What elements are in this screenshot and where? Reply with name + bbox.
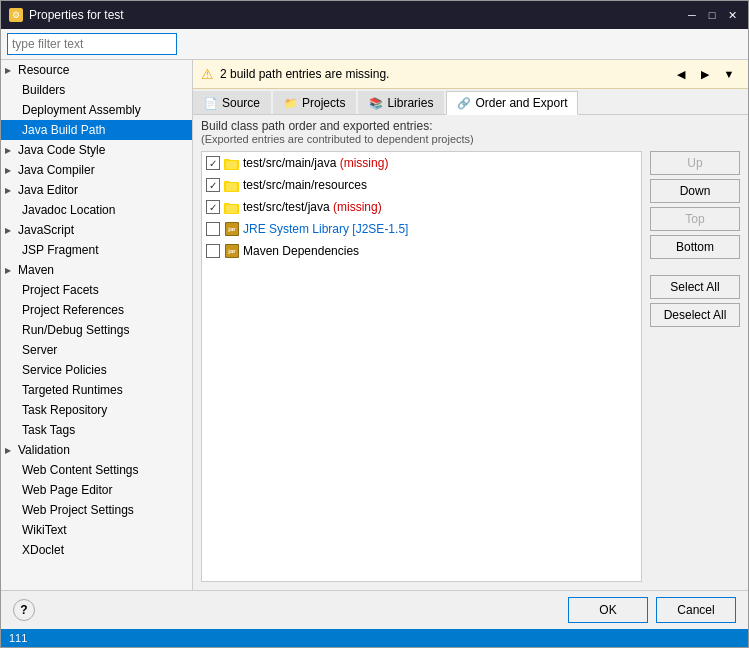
entry-item-e1[interactable]: test/src/main/java (missing) (202, 152, 641, 174)
entry-checkbox-e1[interactable] (206, 156, 220, 170)
entry-checkbox-e2[interactable] (206, 178, 220, 192)
sidebar-item-javascript[interactable]: ▶JavaScript (1, 220, 192, 240)
sidebar-item-java-build-path[interactable]: Java Build Path (1, 120, 192, 140)
entry-icon-e2 (224, 177, 240, 193)
entry-checkbox-e5[interactable] (206, 244, 220, 258)
nav-down-button[interactable]: ▼ (718, 64, 740, 84)
close-button[interactable]: ✕ (724, 7, 740, 23)
sidebar-item-label-java-code-style: Java Code Style (18, 143, 105, 157)
filter-row (1, 29, 748, 60)
entry-checkbox-e3[interactable] (206, 200, 220, 214)
sidebar-item-label-project-references: Project References (22, 303, 124, 317)
sidebar-item-xdoclet[interactable]: XDoclet (1, 540, 192, 560)
sidebar-item-project-references[interactable]: Project References (1, 300, 192, 320)
sidebar-item-label-web-content-settings: Web Content Settings (22, 463, 139, 477)
bottom-button[interactable]: Bottom (650, 235, 740, 259)
sidebar-item-java-editor[interactable]: ▶Java Editor (1, 180, 192, 200)
sidebar-item-web-project-settings[interactable]: Web Project Settings (1, 500, 192, 520)
sidebar-item-label-java-editor: Java Editor (18, 183, 78, 197)
ok-button[interactable]: OK (568, 597, 648, 623)
tree-arrow-validation: ▶ (5, 446, 15, 455)
tabs-row: 📄Source📁Projects📚Libraries🔗Order and Exp… (193, 89, 748, 115)
sidebar-item-label-web-project-settings: Web Project Settings (22, 503, 134, 517)
tab-label-projects: Projects (302, 96, 345, 110)
title-bar-text: Properties for test (29, 8, 684, 22)
select-all-button[interactable]: Select All (650, 275, 740, 299)
sidebar-item-label-project-facets: Project Facets (22, 283, 99, 297)
sidebar-item-label-java-build-path: Java Build Path (22, 123, 105, 137)
entry-item-e5[interactable]: jar Maven Dependencies (202, 240, 641, 262)
content-area: Build class path order and exported entr… (193, 115, 748, 590)
status-text: 111 (9, 632, 27, 644)
sidebar-item-validation[interactable]: ▶Validation (1, 440, 192, 460)
tab-icon-order-export: 🔗 (457, 97, 471, 110)
tab-projects[interactable]: 📁Projects (273, 91, 356, 114)
tree-arrow-java-compiler: ▶ (5, 166, 15, 175)
tree-arrow-javascript: ▶ (5, 226, 15, 235)
sidebar-item-label-javascript: JavaScript (18, 223, 74, 237)
sidebar-item-java-compiler[interactable]: ▶Java Compiler (1, 160, 192, 180)
sidebar-item-resource[interactable]: ▶Resource (1, 60, 192, 80)
sidebar-item-jsp-fragment[interactable]: JSP Fragment (1, 240, 192, 260)
dialog-window: ⚙ Properties for test ─ □ ✕ ▶ResourceBui… (0, 0, 749, 648)
warning-bar: ⚠ 2 build path entries are missing. ◀ ▶ … (193, 60, 748, 89)
sidebar-item-label-javadoc-location: Javadoc Location (22, 203, 115, 217)
build-path-area: test/src/main/java (missing) test/src/ma… (193, 147, 748, 590)
sidebar-item-label-wikitext: WikiText (22, 523, 67, 537)
left-panel: ▶ResourceBuildersDeployment AssemblyJava… (1, 60, 193, 590)
entry-item-e2[interactable]: test/src/main/resources (202, 174, 641, 196)
sidebar-item-deployment-assembly[interactable]: Deployment Assembly (1, 100, 192, 120)
sidebar-item-maven[interactable]: ▶Maven (1, 260, 192, 280)
filter-input[interactable] (7, 33, 177, 55)
sidebar-item-wikitext[interactable]: WikiText (1, 520, 192, 540)
missing-tag-e1: (missing) (340, 156, 389, 170)
sidebar-item-project-facets[interactable]: Project Facets (1, 280, 192, 300)
minimize-button[interactable]: ─ (684, 7, 700, 23)
top-button[interactable]: Top (650, 207, 740, 231)
sidebar-item-label-validation: Validation (18, 443, 70, 457)
tab-order-export[interactable]: 🔗Order and Export (446, 91, 578, 115)
right-panel: ⚠ 2 build path entries are missing. ◀ ▶ … (193, 60, 748, 590)
description-line1: Build class path order and exported entr… (201, 119, 740, 133)
jre-link[interactable]: JRE System Library [J2SE-1.5] (243, 222, 408, 236)
sidebar-item-task-repository[interactable]: Task Repository (1, 400, 192, 420)
warning-icon: ⚠ (201, 66, 214, 82)
tab-libraries[interactable]: 📚Libraries (358, 91, 444, 114)
sidebar-item-label-web-page-editor: Web Page Editor (22, 483, 113, 497)
entry-item-e4[interactable]: jar JRE System Library [J2SE-1.5] (202, 218, 641, 240)
sidebar-item-run-debug-settings[interactable]: Run/Debug Settings (1, 320, 192, 340)
sidebar-item-java-code-style[interactable]: ▶Java Code Style (1, 140, 192, 160)
up-button[interactable]: Up (650, 151, 740, 175)
entry-icon-e1 (224, 155, 240, 171)
help-button[interactable]: ? (13, 599, 35, 621)
bottom-bar: ? OK Cancel (1, 590, 748, 629)
sidebar-item-label-task-repository: Task Repository (22, 403, 107, 417)
status-bar: 111 (1, 629, 748, 647)
entry-icon-e5: jar (224, 243, 240, 259)
sidebar-item-label-resource: Resource (18, 63, 69, 77)
tree-arrow-java-code-style: ▶ (5, 146, 15, 155)
sidebar-item-label-task-tags: Task Tags (22, 423, 75, 437)
nav-forward-button[interactable]: ▶ (694, 64, 716, 84)
sidebar-item-task-tags[interactable]: Task Tags (1, 420, 192, 440)
deselect-all-button[interactable]: Deselect All (650, 303, 740, 327)
entry-checkbox-e4[interactable] (206, 222, 220, 236)
entries-list: test/src/main/java (missing) test/src/ma… (201, 151, 642, 582)
sidebar-item-label-deployment-assembly: Deployment Assembly (22, 103, 141, 117)
sidebar-item-builders[interactable]: Builders (1, 80, 192, 100)
sidebar-item-server[interactable]: Server (1, 340, 192, 360)
sidebar-item-javadoc-location[interactable]: Javadoc Location (1, 200, 192, 220)
description-text: Build class path order and exported entr… (193, 115, 748, 147)
maximize-button[interactable]: □ (704, 7, 720, 23)
nav-back-button[interactable]: ◀ (670, 64, 692, 84)
down-button[interactable]: Down (650, 179, 740, 203)
cancel-button[interactable]: Cancel (656, 597, 736, 623)
sidebar-item-web-page-editor[interactable]: Web Page Editor (1, 480, 192, 500)
svg-text:jar: jar (227, 226, 236, 232)
sidebar-item-targeted-runtimes[interactable]: Targeted Runtimes (1, 380, 192, 400)
entry-item-e3[interactable]: test/src/test/java (missing) (202, 196, 641, 218)
title-bar-controls: ─ □ ✕ (684, 7, 740, 23)
sidebar-item-service-policies[interactable]: Service Policies (1, 360, 192, 380)
sidebar-item-web-content-settings[interactable]: Web Content Settings (1, 460, 192, 480)
tab-source[interactable]: 📄Source (193, 91, 271, 114)
